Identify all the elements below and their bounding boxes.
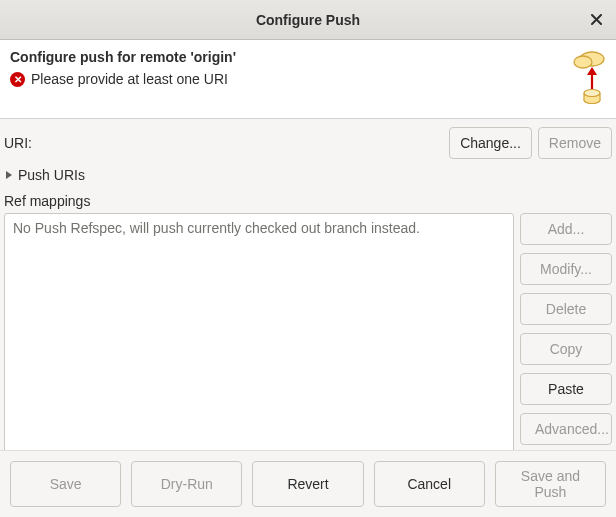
- close-icon: [591, 11, 602, 28]
- refspec-placeholder: No Push Refspec, will push currently che…: [13, 220, 420, 236]
- paste-button[interactable]: Paste: [520, 373, 612, 405]
- close-button[interactable]: [584, 8, 608, 32]
- svg-point-4: [584, 90, 600, 97]
- copy-button[interactable]: Copy: [520, 333, 612, 365]
- advanced-button[interactable]: Advanced...: [520, 413, 612, 445]
- error-icon: ✕: [10, 72, 25, 87]
- ref-mappings-label: Ref mappings: [2, 187, 614, 211]
- push-uris-label: Push URIs: [18, 167, 85, 183]
- dialog-footer: Save Dry-Run Revert Cancel Save and Push: [0, 450, 616, 517]
- change-button[interactable]: Change...: [449, 127, 532, 159]
- error-text: Please provide at least one URI: [31, 71, 228, 87]
- add-button[interactable]: Add...: [520, 213, 612, 245]
- dialog-body: URI: Change... Remove Push URIs Ref mapp…: [0, 119, 616, 459]
- window-title: Configure Push: [256, 12, 360, 28]
- header-error: ✕ Please provide at least one URI: [10, 71, 548, 87]
- save-and-push-button[interactable]: Save and Push: [495, 461, 606, 507]
- uri-row: URI: Change... Remove: [2, 123, 614, 161]
- header-strip: Configure push for remote 'origin' ✕ Ple…: [0, 40, 616, 119]
- dry-run-button[interactable]: Dry-Run: [131, 461, 242, 507]
- revert-button[interactable]: Revert: [252, 461, 363, 507]
- refspec-list[interactable]: No Push Refspec, will push currently che…: [4, 213, 514, 459]
- header-text: Configure push for remote 'origin' ✕ Ple…: [10, 49, 548, 108]
- header-heading: Configure push for remote 'origin': [10, 49, 548, 65]
- uri-label: URI:: [4, 135, 34, 151]
- titlebar: Configure Push: [0, 0, 616, 40]
- cancel-button[interactable]: Cancel: [374, 461, 485, 507]
- svg-point-1: [574, 56, 592, 68]
- refspec-side-buttons: Add... Modify... Delete Copy Paste Advan…: [520, 213, 612, 459]
- remove-button[interactable]: Remove: [538, 127, 612, 159]
- delete-button[interactable]: Delete: [520, 293, 612, 325]
- push-uris-expander[interactable]: Push URIs: [2, 161, 614, 187]
- modify-button[interactable]: Modify...: [520, 253, 612, 285]
- ref-mappings-area: No Push Refspec, will push currently che…: [2, 211, 614, 459]
- push-icon: [548, 49, 606, 108]
- save-button[interactable]: Save: [10, 461, 121, 507]
- chevron-right-icon: [6, 171, 12, 179]
